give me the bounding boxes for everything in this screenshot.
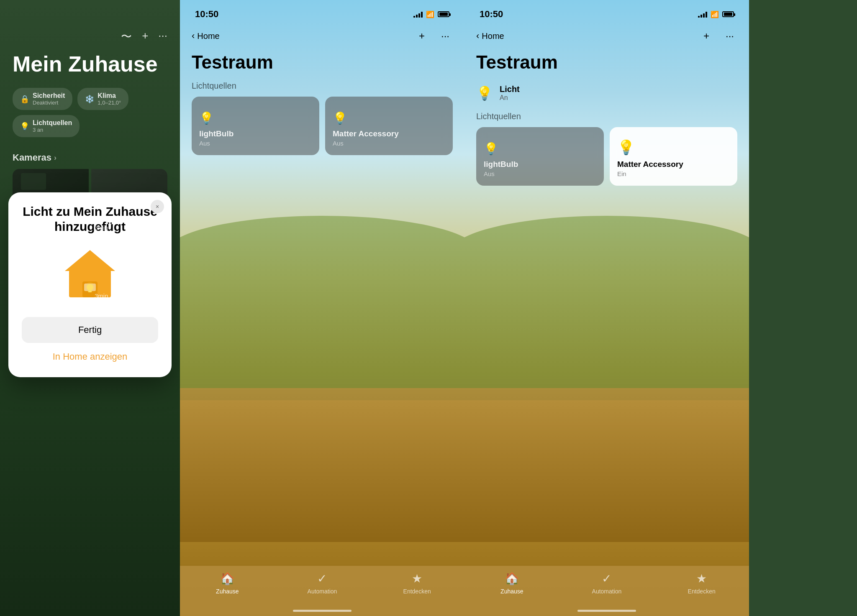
wifi-icon: 📶 xyxy=(426,10,434,18)
modal-overlay: × Licht zu Mein Zuhause hinzugefügt xyxy=(0,184,180,616)
lightbulb-card-name-left: lightBulb xyxy=(199,129,312,139)
matter-card-name-left: Matter Accessory xyxy=(333,129,445,139)
house-illustration xyxy=(22,246,158,300)
status-bar-right: 10:50 📶 xyxy=(464,0,749,25)
lock-icon: 🔒 xyxy=(20,95,29,104)
phone-nav-left: ‹ Home + ··· xyxy=(180,25,464,49)
home-chips: 🔒 Sicherheit Deaktiviert ❄️ Klima 1,0–21… xyxy=(13,88,167,137)
tab-automation-left[interactable]: ✓ Automation xyxy=(305,572,339,595)
cameras-chevron-icon: › xyxy=(54,153,56,162)
device-card-matter-left[interactable]: 💡 Matter Accessory Aus xyxy=(325,97,453,155)
lightbulb-card-status-left: Aus xyxy=(199,140,312,147)
back-chevron-icon: ‹ xyxy=(192,31,195,41)
device-card-lightbulb-left[interactable]: 💡 lightBulb Aus xyxy=(192,97,319,155)
add-button-left[interactable]: + xyxy=(414,28,429,43)
camera-time: 3min xyxy=(95,292,108,299)
cameras-label[interactable]: Kameras › xyxy=(13,152,167,163)
modal-close-button[interactable]: × xyxy=(151,200,164,213)
back-chevron-icon-right: ‹ xyxy=(476,31,479,41)
add-button-right[interactable]: + xyxy=(699,28,714,43)
lichtquellen-label-left: Lichtquellen xyxy=(192,81,453,91)
back-button-left[interactable]: ‹ Home xyxy=(192,31,220,41)
licht-status-icon: 💡 xyxy=(476,85,493,101)
discover-tab-label-right: Entdecken xyxy=(688,588,716,595)
bulb-chip-icon: 💡 xyxy=(20,122,29,131)
back-label-left: Home xyxy=(197,31,219,41)
modal-title: Licht zu Mein Zuhause hinzugefügt xyxy=(22,204,158,234)
phone-screen-left: 10:50 📶 ‹ Home + ··· Testr xyxy=(180,0,464,616)
automation-tab-label-right: Automation xyxy=(592,588,622,595)
signal-icon-right xyxy=(698,11,707,18)
home-tab-label-right: Zuhause xyxy=(500,588,523,595)
chip-klima[interactable]: ❄️ Klima 1,0–21,0° xyxy=(77,88,128,110)
automation-tab-icon-right: ✓ xyxy=(602,572,611,585)
waveform-icon[interactable]: 〜 xyxy=(121,29,132,44)
discover-tab-icon-right: ★ xyxy=(696,572,707,585)
signal-icon xyxy=(413,11,423,18)
status-time-left: 10:50 xyxy=(195,9,218,20)
discover-tab-label-left: Entdecken xyxy=(403,588,431,595)
tab-entdecken-left[interactable]: ★ Entdecken xyxy=(400,572,434,595)
chip-licht-label: Lichtquellen xyxy=(33,119,72,127)
device-card-matter-right[interactable]: 💡 Matter Accessory Ein xyxy=(610,127,737,186)
more-button-right[interactable]: ··· xyxy=(722,28,737,43)
lichtquellen-section-right: Lichtquellen 💡 lightBulb Aus 💡 Matter Ac… xyxy=(464,112,749,186)
lichtquellen-label-right: Lichtquellen xyxy=(476,112,737,121)
chip-sicherheit-label: Sicherheit xyxy=(33,92,65,100)
chip-lichtquellen[interactable]: 💡 Lichtquellen 3 an xyxy=(13,115,80,137)
device-grid-left: 💡 lightBulb Aus 💡 Matter Accessory Aus xyxy=(192,97,453,155)
battery-icon xyxy=(438,11,449,17)
status-icons-right: 📶 xyxy=(698,10,734,18)
discover-tab-icon-left: ★ xyxy=(412,572,422,585)
home-tab-icon-left: 🏠 xyxy=(220,572,235,585)
licht-label: Licht xyxy=(500,84,520,94)
matter-card-name-right: Matter Accessory xyxy=(617,160,730,169)
panel-home: 〜 + ··· Mein Zuhause 🔒 Sicherheit Deakti… xyxy=(0,0,180,616)
chip-klima-sub: 1,0–21,0° xyxy=(98,100,121,106)
tab-automation-right[interactable]: ✓ Automation xyxy=(590,572,624,595)
tab-zuhause-right[interactable]: 🏠 Zuhause xyxy=(495,572,529,595)
more-icon[interactable]: ··· xyxy=(158,29,167,44)
matter-card-icon-right: 💡 xyxy=(617,139,730,156)
page-title-left: Testraum xyxy=(180,49,464,81)
lightbulb-card-name-right: lightBulb xyxy=(484,160,596,169)
page-title-right: Testraum xyxy=(464,49,749,81)
back-button-right[interactable]: ‹ Home xyxy=(476,31,504,41)
automation-tab-label-left: Automation xyxy=(308,588,337,595)
back-label-right: Home xyxy=(482,31,504,41)
status-bar-left: 10:50 📶 xyxy=(180,0,464,25)
licht-status: An xyxy=(500,94,520,102)
chip-licht-sub: 3 an xyxy=(33,127,72,133)
chip-klima-label: Klima xyxy=(98,92,121,100)
matter-card-status-left: Aus xyxy=(333,140,445,147)
fertig-button[interactable]: Fertig xyxy=(22,317,158,343)
home-title: Mein Zuhause xyxy=(13,52,167,76)
snowflake-icon: ❄️ xyxy=(85,95,94,104)
more-button-left[interactable]: ··· xyxy=(438,28,453,43)
add-icon[interactable]: + xyxy=(142,29,148,44)
home-indicator-right xyxy=(577,610,636,612)
tab-bar-left: 🏠 Zuhause ✓ Automation ★ Entdecken xyxy=(180,566,464,616)
home-topbar: 〜 + ··· xyxy=(13,25,167,44)
chip-sicherheit[interactable]: 🔒 Sicherheit Deaktiviert xyxy=(13,88,72,110)
add-success-modal: × Licht zu Mein Zuhause hinzugefügt xyxy=(8,192,172,377)
in-home-link[interactable]: In Home anzeigen xyxy=(22,351,158,362)
phone-screen-right: 10:50 📶 ‹ Home + ··· Testr xyxy=(464,0,749,616)
licht-status-row[interactable]: 💡 Licht An xyxy=(464,81,749,112)
phone-nav-right: ‹ Home + ··· xyxy=(464,25,749,49)
lichtquellen-section-left: Lichtquellen 💡 lightBulb Aus 💡 Matter Ac… xyxy=(180,81,464,155)
camera-time: 3min xyxy=(16,292,30,299)
device-card-lightbulb-right[interactable]: 💡 lightBulb Aus xyxy=(476,127,604,186)
home-indicator-left xyxy=(293,610,352,612)
matter-card-status-right: Ein xyxy=(617,170,730,177)
status-time-right: 10:50 xyxy=(480,9,503,20)
home-tab-icon-right: 🏠 xyxy=(505,572,519,585)
svg-marker-0 xyxy=(65,250,115,271)
tab-zuhause-left[interactable]: 🏠 Zuhause xyxy=(210,572,244,595)
lightbulb-card-icon-left: 💡 xyxy=(199,111,312,125)
camera-time: 3min xyxy=(95,224,108,231)
home-tab-label-left: Zuhause xyxy=(216,588,239,595)
lightbulb-card-icon-right: 💡 xyxy=(484,142,596,156)
lightbulb-card-status-right: Aus xyxy=(484,170,596,177)
tab-entdecken-right[interactable]: ★ Entdecken xyxy=(685,572,718,595)
